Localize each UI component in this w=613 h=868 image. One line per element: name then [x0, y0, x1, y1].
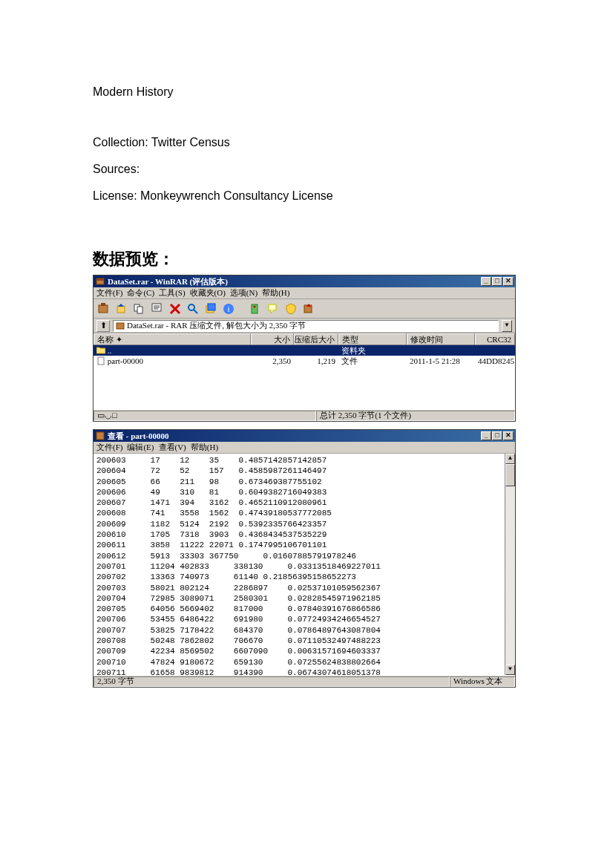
menu-tools[interactable]: 工具(S)	[159, 287, 185, 298]
viewer-content[interactable]: 200603 17 12 35 0.4857142857142857 20060…	[94, 454, 515, 675]
page-title: Modern History	[93, 83, 613, 101]
viewer-title-text: 查看 - part-00000	[108, 431, 169, 442]
address-field[interactable]: DataSet.rar - RAR 压缩文件, 解包大小为 2,350 字节	[113, 320, 499, 332]
svg-rect-6	[137, 307, 142, 313]
toolbar-virus-icon[interactable]	[248, 301, 263, 316]
viewer-titlebar[interactable]: 查看 - part-00000 _ □ ✕	[94, 430, 515, 442]
viewer-statusbar: 2,350 字节 Windows 文本	[94, 675, 515, 687]
toolbar-test-icon[interactable]	[132, 301, 147, 316]
menu-options[interactable]: 选项(N)	[230, 287, 258, 298]
svg-rect-4	[117, 306, 125, 313]
status-left: 2,350 字节	[94, 676, 450, 687]
svg-rect-22	[98, 357, 104, 365]
minimize-button[interactable]: _	[481, 431, 491, 440]
menu-help[interactable]: 帮助(H)	[191, 442, 218, 453]
winrar-toolbar: i	[94, 299, 515, 319]
viewer-app-icon	[95, 431, 105, 441]
toolbar-comment-icon[interactable]	[266, 301, 281, 316]
toolbar-delete-icon[interactable]	[168, 301, 183, 316]
address-text: DataSet.rar - RAR 压缩文件, 解包大小为 2,350 字节	[127, 320, 306, 331]
scroll-thumb[interactable]	[505, 464, 515, 486]
maximize-button[interactable]: □	[492, 277, 502, 286]
scroll-track[interactable]	[505, 464, 515, 665]
item-type: 文件	[338, 356, 407, 367]
license-line: License: Monkeywrench Consultancy Licens…	[93, 187, 613, 205]
folder-icon	[96, 347, 105, 354]
toolbar-wizard-icon[interactable]	[203, 301, 218, 316]
toolbar-sfx-icon[interactable]	[301, 301, 316, 316]
close-button[interactable]: ✕	[503, 277, 514, 286]
item-name: part-00000	[108, 356, 143, 365]
sources-line: Sources:	[93, 160, 613, 178]
col-crc[interactable]: CRC32	[475, 333, 515, 345]
menu-file[interactable]: 文件(F)	[96, 442, 122, 453]
toolbar-find-icon[interactable]	[186, 301, 200, 316]
viewer-window: 查看 - part-00000 _ □ ✕ 文件(F) 编辑(E) 查看(V) …	[93, 429, 516, 688]
svg-rect-19	[269, 304, 276, 310]
item-size: 2,350	[251, 356, 294, 365]
menu-view[interactable]: 查看(V)	[159, 442, 186, 453]
item-type: 资料夹	[338, 345, 407, 356]
winrar-app-icon	[95, 276, 105, 287]
scroll-down-button[interactable]: ▼	[505, 665, 515, 675]
status-left: ▭◡□	[94, 411, 316, 421]
menu-favorites[interactable]: 收藏夹(O)	[190, 287, 226, 298]
status-right: Windows 文本	[450, 676, 515, 687]
file-icon	[96, 356, 105, 365]
svg-rect-14	[208, 304, 215, 310]
list-item[interactable]: .. 资料夹	[94, 345, 515, 356]
svg-point-18	[254, 305, 256, 307]
menu-command[interactable]: 命令(C)	[127, 287, 154, 298]
svg-rect-3	[101, 303, 105, 306]
menu-file[interactable]: 文件(F)	[96, 287, 122, 298]
col-size[interactable]: 大小	[251, 333, 294, 345]
svg-rect-1	[96, 278, 104, 281]
svg-rect-21	[117, 323, 124, 329]
archive-icon	[116, 322, 125, 330]
menu-edit[interactable]: 编辑(E)	[127, 442, 154, 453]
toolbar-protect-icon[interactable]	[283, 301, 298, 316]
winrar-menubar: 文件(F) 命令(C) 工具(S) 收藏夹(O) 选项(N) 帮助(H)	[94, 287, 515, 299]
toolbar-info-icon[interactable]: i	[221, 301, 236, 316]
svg-rect-23	[96, 432, 104, 440]
viewer-menubar: 文件(F) 编辑(E) 查看(V) 帮助(H)	[94, 442, 515, 454]
collection-line: Collection: Twitter Census	[93, 134, 613, 151]
close-button[interactable]: ✕	[503, 431, 514, 440]
col-compressed[interactable]: 压缩后大小	[294, 333, 338, 345]
winrar-window: DataSet.rar - WinRAR (评估版本) _ □ ✕ 文件(F) …	[93, 275, 516, 422]
svg-rect-2	[99, 305, 108, 313]
svg-text:i: i	[227, 304, 229, 313]
file-list-header: 名称 ✦ 大小 压缩后大小 类型 修改时间 CRC32	[94, 333, 515, 345]
item-comp: 1,219	[294, 356, 338, 365]
preview-heading: 数据预览：	[93, 248, 613, 270]
svg-line-12	[194, 310, 197, 313]
scroll-up-button[interactable]: ▲	[505, 454, 515, 464]
maximize-button[interactable]: □	[492, 431, 502, 440]
col-name[interactable]: 名称 ✦	[94, 333, 251, 345]
status-right: 总计 2,350 字节(1 个文件)	[316, 411, 515, 421]
up-button[interactable]: ⬆	[96, 320, 110, 332]
winrar-titlebar[interactable]: DataSet.rar - WinRAR (评估版本) _ □ ✕	[94, 275, 515, 287]
address-dropdown-button[interactable]: ▼	[502, 320, 512, 332]
winrar-statusbar: ▭◡□ 总计 2,350 字节(1 个文件)	[94, 409, 515, 421]
viewer-text: 200603 17 12 35 0.4857142857142857 20060…	[96, 456, 381, 675]
vertical-scrollbar[interactable]: ▲▼	[505, 454, 515, 675]
list-item[interactable]: part-00000 2,350 1,219 文件 2011-1-5 21:28…	[94, 356, 515, 366]
col-date[interactable]: 修改时间	[407, 333, 475, 345]
col-type[interactable]: 类型	[338, 333, 407, 345]
toolbar-view-icon[interactable]	[150, 301, 165, 316]
toolbar-extract-icon[interactable]	[114, 301, 129, 316]
item-crc: 44DD8245	[475, 356, 515, 365]
minimize-button[interactable]: _	[481, 277, 491, 286]
item-date: 2011-1-5 21:28	[407, 356, 475, 365]
file-list[interactable]: .. 资料夹 part-00000 2,350 1,219 文件 2011-1-…	[94, 345, 515, 409]
item-name: ..	[108, 346, 112, 355]
svg-point-11	[189, 304, 194, 310]
winrar-address-bar: ⬆ DataSet.rar - RAR 压缩文件, 解包大小为 2,350 字节…	[94, 319, 515, 333]
menu-help[interactable]: 帮助(H)	[262, 287, 289, 298]
toolbar-add-icon[interactable]	[96, 301, 111, 316]
winrar-title-text: DataSet.rar - WinRAR (评估版本)	[108, 276, 228, 287]
